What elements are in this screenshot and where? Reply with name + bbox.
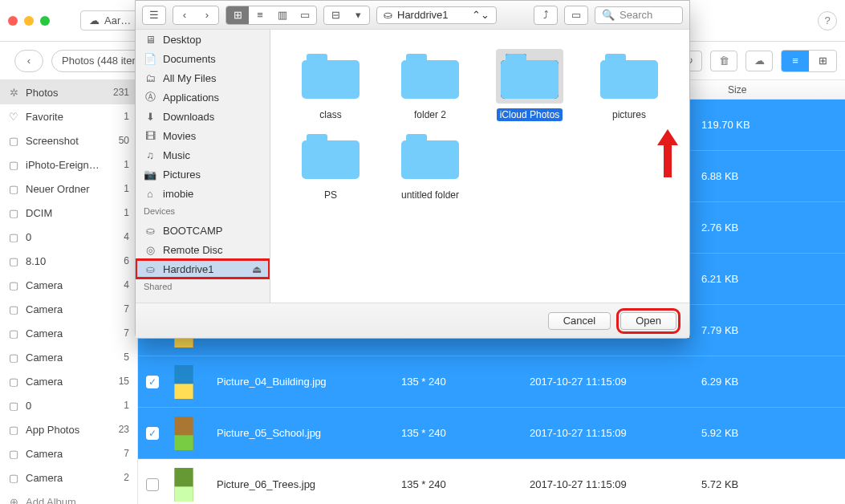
cloud-button[interactable]: ☁	[745, 51, 773, 71]
folder-label: pictures	[609, 108, 649, 121]
phone-icon: ▢	[8, 231, 19, 242]
sidebar-item-app-photos[interactable]: ▢ App Photos 23	[0, 417, 137, 441]
device-harddrive1[interactable]: ⛀Harddrive1⏏	[136, 259, 270, 278]
sidebar-toggle[interactable]: ☰	[142, 6, 166, 25]
plus-icon: ⊕	[8, 496, 19, 504]
help-button[interactable]: ?	[818, 11, 837, 30]
favorites-documents[interactable]: 📄Documents	[136, 49, 270, 68]
sidebar-item-count: 4	[124, 231, 129, 242]
row-checkbox[interactable]	[138, 478, 167, 491]
sidebar-item-label: 8.10	[26, 255, 117, 267]
device-remote-disc[interactable]: ◎Remote Disc	[136, 240, 270, 259]
trash-icon: 🗑	[719, 55, 729, 67]
sidebar-item-dcim[interactable]: ▢ DCIM 1	[0, 201, 137, 225]
sidebar-item-camera[interactable]: ▢ Camera 7	[0, 297, 137, 321]
sidebar-item-screenshot[interactable]: ▢ Screenshot 50	[0, 128, 137, 152]
grid-view-button[interactable]: ⊞	[809, 51, 836, 71]
favorites-movies[interactable]: 🎞Movies	[136, 126, 270, 145]
download-icon: ⬇	[144, 111, 156, 123]
search-placeholder: Search	[620, 9, 652, 21]
svg-rect-15	[174, 486, 193, 502]
sidebar-item-camera[interactable]: ▢ Camera 2	[0, 465, 137, 490]
open-button[interactable]: Open	[620, 312, 676, 330]
folder-class[interactable]: class	[285, 49, 376, 121]
sidebar-item-neuer-ordner[interactable]: ▢ Neuer Ordner 1	[0, 177, 137, 201]
minimize-window-button[interactable]	[24, 16, 34, 26]
delete-button[interactable]: 🗑	[710, 51, 737, 71]
close-window-button[interactable]	[8, 16, 18, 26]
list-view-button[interactable]: ≡	[249, 6, 271, 24]
phone-icon: ▢	[8, 183, 19, 194]
search-icon: 🔍	[602, 9, 615, 21]
file-size: 6.21 KB	[690, 273, 845, 285]
device-bootcamp[interactable]: ⛀BOOTCAMP	[136, 221, 270, 240]
zoom-window-button[interactable]	[40, 16, 50, 26]
folder-icloud-photos[interactable]: iCloud Photos	[484, 49, 575, 121]
sidebar-item-label: DCIM	[26, 207, 117, 219]
icon-view-button[interactable]: ⊞	[226, 6, 249, 24]
coverflow-view-button[interactable]: ▭	[294, 6, 316, 24]
folder-icon	[302, 54, 360, 99]
favorites-downloads[interactable]: ⬇Downloads	[136, 107, 270, 126]
tags-button[interactable]: ▭	[564, 6, 588, 25]
folder-ps[interactable]: PS	[285, 129, 376, 201]
table-row[interactable]: ✓ Picture_04_Building.jpg 135 * 240 2017…	[138, 356, 845, 408]
file-size: 5.72 KB	[690, 478, 845, 490]
eject-icon[interactable]: ⏏	[252, 263, 262, 275]
sidebar-item-camera[interactable]: ▢ Camera 7	[0, 321, 137, 345]
sidebar-item-camera[interactable]: ▢ Camera 4	[0, 273, 137, 297]
favorites-applications[interactable]: ⒶApplications	[136, 87, 270, 107]
cancel-button[interactable]: Cancel	[548, 312, 611, 330]
shared-header: Shared	[136, 278, 270, 296]
phone-icon: ▢	[8, 376, 19, 387]
sidebar-item-label: Camera	[26, 279, 117, 291]
arrange-segment[interactable]: ⊟▾	[323, 6, 370, 25]
sidebar-item-camera[interactable]: ▢ Camera 7	[0, 441, 137, 465]
sidebar-item-count: 23	[119, 424, 129, 435]
favorites-music[interactable]: ♫Music	[136, 145, 270, 165]
sidebar-item-label: Camera	[26, 352, 117, 364]
search-input[interactable]: 🔍 Search	[595, 6, 683, 24]
folder-untitled-folder[interactable]: untitled folder	[384, 129, 476, 201]
table-row[interactable]: Picture_06_Trees.jpg 135 * 240 2017-10-2…	[138, 459, 845, 504]
dialog-sidebar: 🖥Desktop📄Documents🗂All My FilesⒶApplicat…	[136, 30, 270, 303]
sidebar-item-count: 4	[124, 279, 129, 291]
account-badge[interactable]: ☁ Aar…	[80, 10, 140, 30]
favorites-pictures[interactable]: 📷Pictures	[136, 165, 270, 184]
folder-pictures[interactable]: pictures	[583, 49, 675, 121]
add-album-button[interactable]: ⊕Add Album	[0, 490, 137, 504]
folder-icon	[302, 134, 360, 179]
thumbnail	[167, 468, 201, 502]
back-button[interactable]: ‹	[14, 50, 43, 72]
sidebar-item-camera[interactable]: ▢ Camera 15	[0, 369, 137, 393]
row-checkbox[interactable]: ✓	[138, 376, 167, 388]
sidebar-item-iphoto-ereign-[interactable]: ▢ iPhoto-Ereign… 1	[0, 152, 137, 177]
nav-back-button[interactable]: ‹	[173, 6, 196, 24]
sidebar-item-favorite[interactable]: ♡ Favorite 1	[0, 104, 137, 128]
share-button[interactable]: ⤴	[534, 6, 558, 25]
row-checkbox[interactable]: ✓	[138, 427, 167, 440]
phone-icon: ▢	[8, 472, 19, 483]
favorites-desktop[interactable]: 🖥Desktop	[136, 30, 270, 49]
file-name: Picture_06_Trees.jpg	[217, 478, 401, 490]
favorites-all-my-files[interactable]: 🗂All My Files	[136, 68, 270, 87]
file-dimensions: 135 * 240	[401, 478, 530, 490]
sidebar-item-0[interactable]: ▢ 0 4	[0, 225, 137, 249]
list-view-button[interactable]: ≡	[782, 51, 809, 71]
sidebar-item-0[interactable]: ▢ 0 1	[0, 393, 137, 417]
nav-forward-button[interactable]: ›	[196, 6, 218, 24]
favorites-imobie[interactable]: ⌂imobie	[136, 184, 270, 203]
sidebar-item-camera[interactable]: ▢ Camera 5	[0, 345, 137, 369]
thumbnail	[167, 365, 201, 399]
table-row[interactable]: ✓ Picture_05_School.jpg 135 * 240 2017-1…	[138, 408, 845, 459]
disk-icon: ⛀	[144, 263, 156, 275]
sidebar-item-photos[interactable]: ✲ Photos 231	[0, 80, 137, 104]
app-icon: Ⓐ	[144, 90, 156, 104]
location-dropdown[interactable]: ⛀ Harddrive1 ⌃⌄	[376, 6, 497, 24]
folder-folder-2[interactable]: folder 2	[384, 49, 476, 121]
column-view-button[interactable]: ▥	[271, 6, 294, 24]
sidebar-item-8-10[interactable]: ▢ 8.10 6	[0, 249, 137, 273]
sidebar-item-count: 1	[124, 159, 129, 170]
column-size[interactable]: Size	[717, 84, 845, 96]
phone-icon: ▢	[8, 159, 19, 170]
